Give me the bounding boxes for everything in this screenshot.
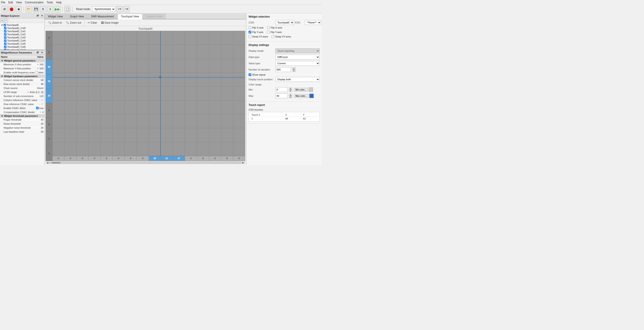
- num-samples-input[interactable]: [275, 67, 291, 72]
- tree-check-col0[interactable]: [4, 27, 6, 29]
- menu-communication[interactable]: Communication: [25, 1, 44, 4]
- tree-check-col5[interactable]: [4, 42, 6, 45]
- tree-item-col7[interactable]: Touchpad0_Col7: [0, 48, 44, 50]
- settings-button[interactable]: ⚙: [1, 6, 8, 12]
- sensor-close-icon[interactable]: ✕: [40, 51, 44, 54]
- pause-button[interactable]: ■: [16, 6, 22, 12]
- tab-touchpad-view[interactable]: Touchpad View: [118, 14, 142, 19]
- menu-edit[interactable]: Edit: [8, 1, 13, 4]
- grid-cell-1-7: [137, 45, 148, 58]
- min-color-button[interactable]: Min color...: [294, 88, 308, 92]
- display-mode-select[interactable]: Touch reporting: [275, 48, 320, 53]
- stop-button[interactable]: ⬤: [8, 6, 15, 12]
- grid-cell-8-1: [64, 142, 76, 156]
- tree-item-col6[interactable]: Touchpad0_Col6: [0, 45, 44, 48]
- min-color-swatch[interactable]: [308, 87, 313, 92]
- undo-button[interactable]: ↩▾: [116, 6, 122, 12]
- csd-row: CSD: Touchpad0 CSX: **None**: [248, 20, 320, 25]
- grid-cell-7-14: [221, 128, 233, 142]
- tree-check-col7[interactable]: [4, 49, 6, 50]
- tree-check-col2[interactable]: [4, 33, 6, 36]
- grid-cell-0-2: [76, 31, 88, 45]
- menu-view[interactable]: View: [16, 1, 22, 4]
- save-image-button[interactable]: 🖼 Save image: [99, 21, 120, 25]
- min-up[interactable]: ▲: [289, 87, 292, 90]
- tree-check-col3[interactable]: [4, 36, 6, 39]
- param-group-hardware[interactable]: ▼ Widget hardware parameters: [0, 74, 44, 78]
- tab-widget-view[interactable]: Widget View: [45, 14, 66, 19]
- flip-y-right-check[interactable]: [267, 31, 270, 33]
- param-group-general[interactable]: ▼ Widget general parameters: [0, 59, 44, 62]
- max-up[interactable]: ▲: [289, 94, 292, 96]
- zoom-out-button[interactable]: 🔍 Zoom out: [64, 21, 83, 25]
- menu-file[interactable]: File: [1, 1, 5, 4]
- tree-check-col4[interactable]: [4, 39, 6, 42]
- csd-select[interactable]: Touchpad0: [275, 20, 294, 25]
- menu-tools[interactable]: Tools: [47, 1, 53, 4]
- tree-item-col3[interactable]: Touchpad0_Col3: [0, 36, 44, 39]
- upload-button[interactable]: ⬆: [40, 6, 46, 12]
- max-color-swatch[interactable]: [309, 94, 314, 98]
- tree-toggle[interactable]: ▼: [1, 24, 3, 26]
- tree-item-col0[interactable]: Touchpad0_Col0: [0, 26, 44, 30]
- flip-x-left-check[interactable]: [248, 26, 251, 29]
- widget-explorer-title: Widget Explorer: [1, 14, 20, 17]
- view-toolbar-sep1: [84, 20, 84, 25]
- show-signal-check[interactable]: [248, 73, 251, 76]
- download-button[interactable]: ⬇: [47, 6, 53, 12]
- flip-x-right-check[interactable]: [267, 26, 270, 29]
- clear-button[interactable]: ✂ Clear: [86, 21, 99, 25]
- data-type-select[interactable]: DiffCount RawCount Baseline: [275, 55, 320, 59]
- float-icon[interactable]: 🗗: [36, 14, 40, 17]
- tab-graph-view[interactable]: Graph View: [66, 14, 87, 19]
- display-touch-select[interactable]: Display both X only Y only None: [275, 77, 320, 82]
- open-button[interactable]: 📂: [26, 6, 32, 12]
- max-input[interactable]: [275, 93, 288, 98]
- max-color-button[interactable]: Max color...: [294, 94, 308, 98]
- flip-y-left-check[interactable]: [248, 31, 251, 33]
- tree-check-col1[interactable]: [4, 30, 6, 32]
- swap-xy-left-row: Swap XY-axes: [248, 35, 268, 38]
- scrollbar-thumb[interactable]: [52, 162, 60, 163]
- zoom-in-button[interactable]: 🔍 Zoom in: [46, 21, 64, 25]
- num-samples-up[interactable]: ▲: [292, 67, 296, 69]
- value-type-select[interactable]: Current Average Maximum: [275, 61, 320, 66]
- csx-select[interactable]: **None**: [305, 20, 321, 25]
- tab-snr[interactable]: SNR Measurement: [88, 14, 117, 19]
- scroll-left-arrow[interactable]: ◀: [46, 161, 49, 164]
- tree-collapse-btn[interactable]: −: [4, 19, 8, 22]
- tree-check-touchpad0[interactable]: [4, 24, 6, 26]
- tree-item-col2[interactable]: Touchpad0_Col2: [0, 33, 44, 36]
- cdac-dither-check[interactable]: [36, 107, 38, 109]
- tree-item-touchpad0[interactable]: ▼ Touchpad0: [0, 23, 44, 26]
- report-button[interactable]: 📋: [64, 6, 70, 12]
- tree-item-col5[interactable]: Touchpad0_Col5: [0, 42, 44, 45]
- grid-cell-0-13: [209, 31, 221, 45]
- tree-expand-btn[interactable]: +: [0, 19, 4, 22]
- sensor-float-icon[interactable]: 🗗: [36, 51, 40, 54]
- min-down[interactable]: ▼: [289, 90, 292, 92]
- grid-cell-6-4: [101, 114, 112, 128]
- tree-item-col1[interactable]: Touchpad0_Col1: [0, 30, 44, 33]
- close-icon[interactable]: ✕: [40, 14, 44, 17]
- read-mode-select[interactable]: Synchronized Manual Continuous: [92, 6, 115, 12]
- csd-control: Touchpad0 CSX: **None**: [275, 20, 321, 25]
- save-button[interactable]: 💾: [33, 6, 39, 12]
- tree-check-col6[interactable]: [4, 46, 6, 48]
- num-samples-down[interactable]: ▼: [292, 69, 296, 72]
- run-button[interactable]: ▶▶: [54, 6, 60, 12]
- swap-xy-left-check[interactable]: [248, 35, 251, 38]
- multifreq-check[interactable]: [35, 71, 38, 74]
- menu-help[interactable]: Help: [56, 1, 62, 4]
- scrollbar-track[interactable]: [49, 162, 242, 164]
- params-column-headers: Name Value: [0, 55, 44, 59]
- redo-button[interactable]: ↪▾: [124, 6, 130, 12]
- param-group-threshold[interactable]: ▼ Widget threshold parameters: [0, 114, 44, 118]
- max-down[interactable]: ▼: [289, 96, 292, 98]
- param-value-lfsr: ✏Auto ([-2; 1]): [28, 91, 44, 93]
- scroll-right-arrow[interactable]: ▶: [242, 161, 245, 164]
- swap-xy-right-check[interactable]: [272, 35, 274, 38]
- h-scrollbar[interactable]: ◀ ▶: [46, 161, 245, 164]
- tree-item-col4[interactable]: Touchpad0_Col4: [0, 39, 44, 42]
- min-input[interactable]: [275, 87, 288, 92]
